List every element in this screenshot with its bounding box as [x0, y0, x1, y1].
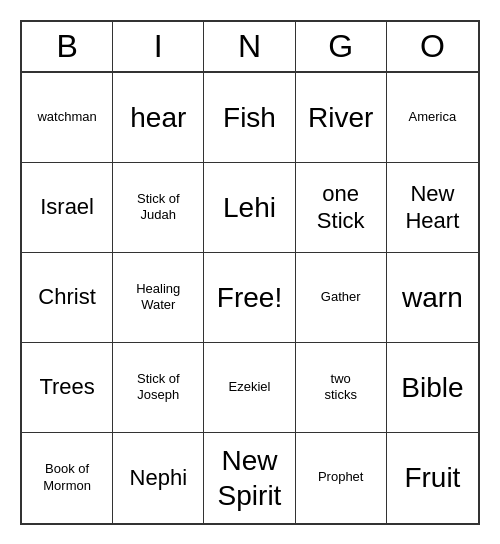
cell-text-20: Book of Mormon	[43, 461, 91, 494]
bingo-cell-9: New Heart	[387, 163, 478, 253]
cell-text-1: hear	[130, 100, 186, 135]
cell-text-13: Gather	[321, 289, 361, 305]
cell-text-15: Trees	[39, 373, 94, 401]
header-letter-g: G	[296, 22, 387, 71]
header-letter-o: O	[387, 22, 478, 71]
bingo-cell-21: Nephi	[113, 433, 204, 523]
cell-text-11: Healing Water	[136, 281, 180, 314]
bingo-cell-19: Bible	[387, 343, 478, 433]
cell-text-22: New Spirit	[218, 443, 282, 513]
header-letter-i: I	[113, 22, 204, 71]
bingo-cell-13: Gather	[296, 253, 387, 343]
cell-text-8: one Stick	[317, 180, 365, 235]
bingo-cell-23: Prophet	[296, 433, 387, 523]
bingo-cell-0: watchman	[22, 73, 113, 163]
bingo-cell-2: Fish	[204, 73, 295, 163]
cell-text-14: warn	[402, 280, 463, 315]
bingo-cell-22: New Spirit	[204, 433, 295, 523]
cell-text-4: America	[409, 109, 457, 125]
bingo-header: BINGO	[22, 22, 478, 73]
cell-text-6: Stick of Judah	[137, 191, 180, 224]
bingo-cell-16: Stick of Joseph	[113, 343, 204, 433]
bingo-cell-17: Ezekiel	[204, 343, 295, 433]
bingo-cell-18: two sticks	[296, 343, 387, 433]
cell-text-5: Israel	[40, 193, 94, 221]
cell-text-9: New Heart	[405, 180, 459, 235]
cell-text-19: Bible	[401, 370, 463, 405]
cell-text-23: Prophet	[318, 469, 364, 485]
bingo-cell-11: Healing Water	[113, 253, 204, 343]
bingo-cell-5: Israel	[22, 163, 113, 253]
bingo-card: BINGO watchmanhearFishRiverAmericaIsrael…	[20, 20, 480, 525]
cell-text-24: Fruit	[404, 460, 460, 495]
cell-text-16: Stick of Joseph	[137, 371, 180, 404]
bingo-cell-7: Lehi	[204, 163, 295, 253]
bingo-cell-20: Book of Mormon	[22, 433, 113, 523]
header-letter-b: B	[22, 22, 113, 71]
bingo-cell-3: River	[296, 73, 387, 163]
cell-text-7: Lehi	[223, 190, 276, 225]
bingo-cell-15: Trees	[22, 343, 113, 433]
bingo-cell-6: Stick of Judah	[113, 163, 204, 253]
bingo-cell-8: one Stick	[296, 163, 387, 253]
cell-text-3: River	[308, 100, 373, 135]
bingo-grid: watchmanhearFishRiverAmericaIsraelStick …	[22, 73, 478, 523]
bingo-cell-24: Fruit	[387, 433, 478, 523]
bingo-cell-4: America	[387, 73, 478, 163]
bingo-cell-10: Christ	[22, 253, 113, 343]
cell-text-10: Christ	[38, 283, 95, 311]
bingo-cell-1: hear	[113, 73, 204, 163]
cell-text-2: Fish	[223, 100, 276, 135]
cell-text-21: Nephi	[130, 464, 187, 492]
cell-text-12: Free!	[217, 280, 282, 315]
bingo-cell-14: warn	[387, 253, 478, 343]
cell-text-17: Ezekiel	[229, 379, 271, 395]
cell-text-18: two sticks	[324, 371, 357, 404]
bingo-cell-12: Free!	[204, 253, 295, 343]
cell-text-0: watchman	[37, 109, 96, 125]
header-letter-n: N	[204, 22, 295, 71]
